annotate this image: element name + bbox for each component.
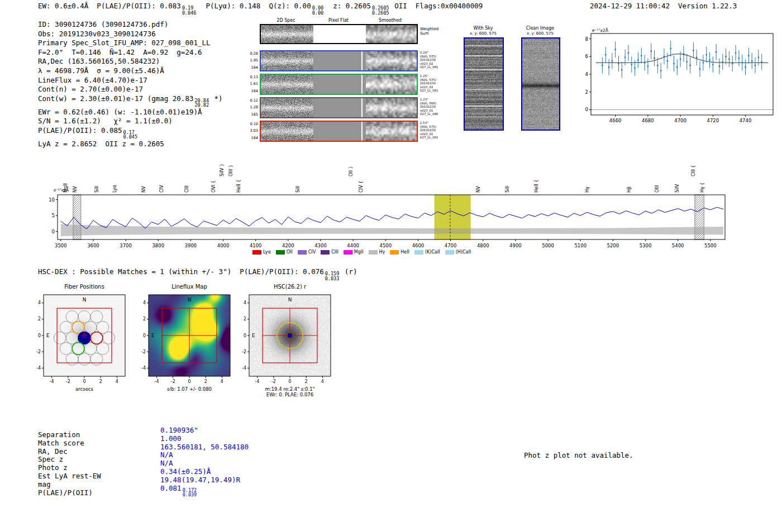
with-sky-title: With Sky — [461, 26, 505, 31]
svg-text:4100: 4100 — [250, 243, 262, 248]
svg-text:OII }: OII } — [349, 166, 354, 176]
spec2d-row-strip — [260, 121, 418, 142]
spec2d-row-raw-image — [261, 51, 313, 70]
svg-text:SiII: SiII — [295, 186, 301, 193]
svg-text:MgII: MgII — [63, 183, 68, 193]
svg-text:0: 0 — [585, 107, 588, 112]
svg-text:3900: 3900 — [185, 243, 197, 248]
hsc-cutout-title: HSC(26.2) r — [237, 284, 343, 291]
svg-text:CIII: CIII — [184, 185, 189, 193]
svg-text:2: 2 — [585, 89, 588, 95]
legend-swatch — [321, 250, 330, 255]
svg-text:4500: 4500 — [380, 243, 392, 248]
match-table-labels: SeparationMatch scoreRA, DecSpec zPhoto … — [38, 431, 101, 497]
info-line: Cont(w) = 2.30(±0.01)e-17 (gmag 20.8320.… — [38, 94, 223, 108]
legend-item: HeII — [390, 250, 409, 255]
match-row-label: Est LyA rest-EW — [38, 472, 101, 481]
svg-text:2: 2 — [38, 317, 41, 322]
spec2d-row-raw-image — [261, 122, 313, 141]
svg-text:-2: -2 — [242, 349, 246, 354]
svg-text:4000: 4000 — [217, 243, 230, 248]
spec2d-row-stats: 0.131.61164 — [245, 74, 258, 94]
spec2d-row-pixelflat — [313, 75, 366, 94]
svg-text:N: N — [83, 297, 87, 303]
svg-text:e⁻¹⁷x2Å: e⁻¹⁷x2Å — [592, 28, 609, 33]
legend-label: HeII — [400, 250, 409, 255]
svg-text:0: 0 — [143, 333, 146, 338]
svg-text:Lyα: Lyα — [112, 185, 117, 193]
legend-label: CIII — [331, 250, 338, 255]
svg-text:2: 2 — [143, 317, 146, 322]
info-line: LineFlux = 6.40(±4.70)e-17 — [38, 76, 223, 85]
legend-swatch — [390, 250, 399, 255]
lineflux-map-panel: Lineflux Map NE-4-4-2-2002244 s/b: 1.07 … — [136, 284, 242, 392]
lineflux-map-title: Lineflux Map — [136, 284, 242, 291]
match-row-value: 163.560181, 50.584180 — [160, 443, 249, 452]
svg-text:4660: 4660 — [609, 118, 622, 123]
info-line: Cont(n) = 2.70(±0.00)e-17 — [38, 85, 223, 94]
spec2d-row-strip — [260, 50, 418, 71]
svg-text:CIII {: CIII { — [691, 165, 696, 176]
svg-text:5: 5 — [52, 213, 55, 218]
hsc-cutout-panel: HSC(26.2) r NE-4-4-2-2002244 m:19.4 re:2… — [237, 284, 343, 397]
legend-item: Lyα — [252, 250, 271, 255]
full-spectrum-plot: 3500360037003800390040004100420043004400… — [45, 152, 737, 263]
svg-text:E: E — [151, 333, 155, 338]
hsc-cutout-plot: NE-4-4-2-2002244 — [237, 291, 343, 386]
legend-label: Hγ — [379, 250, 385, 255]
svg-text:4200: 4200 — [282, 243, 294, 248]
lineflux-map-plot: NE-4-4-2-2002244 — [136, 291, 242, 386]
svg-text:4: 4 — [585, 71, 588, 77]
svg-text:4400: 4400 — [347, 243, 359, 248]
match-row-label: RA, Dec — [38, 448, 101, 456]
stacked-uncertainty: 20.8420.82 — [194, 98, 209, 108]
hsc-ewr-plae-caption: EWr: 0. PLAE: 0.076 — [237, 392, 343, 397]
legend-label: CIV — [308, 250, 316, 255]
info-line: Obs: 20191230v023_3090124736 — [38, 30, 223, 39]
svg-text:HeII {: HeII { — [236, 180, 241, 193]
spec2d-weighted-raw-image — [261, 25, 313, 43]
svg-text:4: 4 — [38, 300, 41, 305]
match-row-value: N/A — [160, 451, 249, 459]
legend-swatch — [414, 250, 423, 255]
stacked-uncertainty: 0.1590.033 — [325, 271, 340, 281]
spec2d-row-strip — [260, 74, 418, 95]
svg-text:0: 0 — [188, 379, 190, 384]
weighted-sum-label: Weighted Sum — [420, 27, 438, 36]
legend-item: MgII — [344, 250, 364, 255]
svg-text:-4: -4 — [155, 379, 159, 384]
legend-item: Hγ — [369, 250, 385, 255]
svg-text:SiIV: SiIV — [675, 184, 680, 193]
svg-text:4: 4 — [116, 379, 118, 384]
legend-item: CIV — [298, 250, 316, 255]
svg-text:CIV {: CIV { — [359, 181, 364, 193]
stacked-uncertainty: 0.170.045 — [123, 130, 138, 140]
spectrum-line-legend: LyαOIICIVCIIIMgIIHγHeII(K)CaII(H)CaII — [252, 250, 471, 255]
stacked-uncertainty: 0.26050.2605 — [372, 6, 389, 15]
line-fit-plot: 4660468047004720474002468e⁻¹⁷x2Å — [574, 26, 778, 125]
spec2d-row-stats: 0.103.03164 — [245, 121, 258, 141]
info-line: S/N = 1.6(±1.2) χ² = 1.1(±0.0) — [38, 117, 223, 126]
svg-text:4700: 4700 — [445, 243, 457, 248]
legend-label: (H)CaII — [456, 250, 471, 255]
pixelflat-white-line — [361, 51, 363, 70]
svg-text:SiII: SiII — [94, 186, 99, 193]
match-row-value: 1.000 — [160, 435, 249, 443]
spec2d-row-strip — [260, 97, 418, 118]
hsc-dex-summary-line: HSC-DEX : Possible Matches = 1 (within +… — [38, 267, 357, 281]
spec2d-weighted-sum-strip — [260, 24, 418, 44]
legend-swatch — [298, 250, 307, 255]
svg-text:0: 0 — [38, 333, 41, 338]
svg-text:0: 0 — [83, 379, 85, 384]
stacked-uncertainty: 0.000.00 — [312, 6, 323, 15]
svg-text:5200: 5200 — [607, 243, 619, 248]
pixelflat-white-line — [361, 122, 363, 141]
match-row-value: 0.34(±0.25)Å — [160, 468, 249, 476]
svg-text:4: 4 — [143, 300, 146, 305]
spec2d-row-annotation: 1.25"(600, 575)20191230v023_02027_LL_061 — [420, 74, 438, 93]
svg-text:4900: 4900 — [509, 243, 522, 248]
svg-text:4: 4 — [244, 300, 246, 305]
spec2d-row-pixelflat — [313, 51, 366, 70]
svg-text:NV: NV — [476, 186, 481, 193]
legend-label: (K)CaII — [425, 250, 440, 255]
